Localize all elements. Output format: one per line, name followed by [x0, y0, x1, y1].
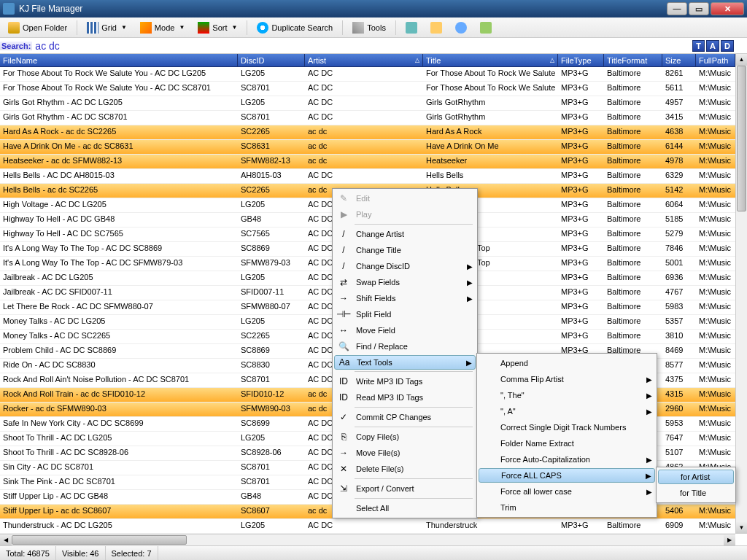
table-row[interactable]: For Those About To Rock We Salute You - …	[0, 67, 747, 82]
menu-item-label: Force ALL CAPS	[501, 471, 640, 480]
cell: 5279	[662, 228, 696, 241]
toolbar-icon-4[interactable]	[475, 20, 497, 36]
menu-item[interactable]: IDWrite MP3 ID Tags	[334, 373, 476, 389]
col-artist[interactable]: Artist△	[305, 54, 423, 66]
grid-button[interactable]: Grid▼	[82, 20, 132, 36]
cell: Baltimore	[604, 111, 662, 125]
menu-item[interactable]: →Move File(s)	[334, 445, 476, 461]
cell: For Those About To Rock We Salute You - …	[0, 67, 238, 81]
menu-item-label: Swap Fields	[356, 278, 461, 287]
cell: M:\Music	[696, 169, 735, 183]
cell: SC8631	[238, 140, 305, 154]
cell: Baltimore	[604, 315, 662, 329]
table-row[interactable]: For Those About To Rock We Salute You - …	[0, 82, 747, 96]
menu-item[interactable]: /Change Title	[334, 242, 476, 258]
cell: M:\Music	[696, 300, 735, 314]
submenu-arrow-icon: ▶	[646, 392, 652, 400]
tad-a[interactable]: A	[706, 40, 719, 52]
open-folder-button[interactable]: Open Folder	[3, 20, 72, 36]
menu-item-label: Force all lower case	[500, 487, 640, 496]
menu-item[interactable]: Folder Name Extract	[479, 435, 655, 451]
menu-item[interactable]: Correct Single Digit Track Numbers	[479, 419, 655, 435]
scroll-down-icon[interactable]: ▼	[736, 522, 747, 534]
force-caps-submenu[interactable]: for Artistfor Title	[656, 467, 736, 503]
table-row[interactable]: Hard As A Rock - ac dc SC2265SC2265ac dc…	[0, 125, 747, 140]
menu-item[interactable]: ↔Move Field	[334, 322, 476, 338]
menu-item[interactable]: Append	[479, 355, 655, 371]
menu-item[interactable]: ⇲Export / Convert	[334, 481, 476, 497]
cell: M:\Music	[696, 315, 735, 329]
menu-item[interactable]: 🔍Find / Replace	[334, 338, 476, 354]
minimize-button[interactable]: —	[667, 2, 687, 15]
cell: M:\Music	[696, 446, 735, 460]
menu-item[interactable]: /Change DiscID▶	[334, 258, 476, 274]
tad-d[interactable]: D	[721, 40, 734, 52]
menu-item[interactable]: ⇄Swap Fields▶	[334, 274, 476, 290]
scroll-left-icon[interactable]: ◀	[0, 534, 12, 545]
menu-item[interactable]: AaText Tools▶	[334, 355, 476, 370]
col-titleformat[interactable]: TitleFormat	[604, 54, 662, 66]
menu-item[interactable]: Select All	[334, 500, 476, 516]
col-title[interactable]: Title△	[423, 54, 558, 66]
info-icon	[455, 22, 467, 34]
menu-item[interactable]: ✓Commit CP Changes	[334, 409, 476, 425]
menu-item[interactable]: ", The"▶	[479, 387, 655, 403]
horizontal-scrollbar[interactable]: ◀ ▶	[0, 534, 735, 545]
cell: 4767	[662, 286, 696, 300]
cell: AH8015-03	[238, 169, 305, 183]
menu-item[interactable]: for Artist	[658, 470, 734, 484]
menu-item[interactable]: ", A"▶	[479, 403, 655, 419]
menu-item-label: Append	[500, 359, 640, 368]
table-row[interactable]: Girls Got Rhythm - AC DC LG205LG205AC DC…	[0, 96, 747, 111]
menu-item[interactable]: Trim	[479, 499, 655, 516]
context-menu[interactable]: ✎Edit▶Play/Change Artist/Change Title/Ch…	[332, 188, 478, 518]
scroll-right-icon[interactable]: ▶	[724, 534, 735, 545]
close-button[interactable]: ✕	[711, 2, 744, 15]
table-row[interactable]: Hells Bells - AC DC AH8015-03AH8015-03AC…	[0, 169, 747, 184]
menu-item[interactable]: →Shift Fields▶	[334, 290, 476, 306]
sort-button[interactable]: Sort▼	[193, 20, 242, 36]
table-row[interactable]: Have A Drink On Me - ac dc SC8631SC8631a…	[0, 140, 747, 155]
cell: Have A Drink On Me	[423, 140, 558, 154]
toolbar-icon-1[interactable]	[400, 20, 422, 36]
magnifier-icon	[257, 22, 268, 34]
text-tools-submenu[interactable]: AppendComma Flip Artist▶", The"▶", A"▶Co…	[476, 353, 657, 518]
scroll-thumb-h[interactable]	[12, 535, 187, 545]
scroll-up-icon[interactable]: ▲	[736, 54, 747, 66]
menu-item[interactable]: Force all lower case▶	[479, 483, 655, 499]
menu-item[interactable]: /Change Artist	[334, 226, 476, 242]
search-input[interactable]	[32, 40, 692, 52]
scroll-thumb[interactable]	[737, 66, 746, 211]
cell: 5357	[662, 315, 696, 329]
tools-button[interactable]: Tools	[347, 20, 391, 36]
maximize-button[interactable]: ▭	[689, 2, 709, 15]
col-discid[interactable]: DiscID	[238, 54, 305, 66]
menu-item[interactable]: for Title	[658, 485, 734, 501]
menu-item[interactable]: Comma Flip Artist▶	[479, 371, 655, 387]
menu-item[interactable]: ⎘Copy File(s)	[334, 429, 476, 445]
mode-button[interactable]: Mode▼	[135, 20, 190, 36]
cell: 4315	[662, 388, 696, 402]
col-size[interactable]: Size	[662, 54, 696, 66]
col-fullpath[interactable]: FullPath	[696, 54, 735, 66]
menu-item[interactable]: ⊣⊢Split Field	[334, 306, 476, 322]
vertical-scrollbar[interactable]: ▲ ▼	[735, 54, 747, 534]
menu-item[interactable]: ▶Play	[334, 206, 476, 222]
menu-item[interactable]: ✎Edit	[334, 190, 476, 206]
menu-item[interactable]: IDRead MP3 ID Tags	[334, 389, 476, 405]
cell: AC DC	[305, 96, 423, 110]
cell: Girls Got Rhythm - AC DC LG205	[0, 96, 238, 110]
table-row[interactable]: Girls Got Rhythm - AC DC SC8701SC8701AC …	[0, 111, 747, 125]
toolbar-icon-3[interactable]	[450, 20, 472, 36]
table-row[interactable]: Heatseeker - ac dc SFMW882-13SFMW882-13a…	[0, 155, 747, 169]
menu-item[interactable]: ✕Delete File(s)	[334, 461, 476, 477]
tad-t[interactable]: T	[692, 40, 705, 52]
cell: Hells Bells - ac dc SC2265	[0, 184, 238, 198]
table-row[interactable]: Thunderstruck - AC DC LG205LG205AC DCThu…	[0, 519, 747, 534]
duplicate-search-button[interactable]: Duplicate Search	[252, 20, 338, 36]
col-filetype[interactable]: FileType	[558, 54, 604, 66]
menu-item[interactable]: Force Auto-Capitalization▶	[479, 451, 655, 467]
toolbar-icon-2[interactable]	[425, 20, 447, 36]
col-filename[interactable]: FileName	[0, 54, 238, 66]
menu-item[interactable]: Force ALL CAPS▶	[479, 468, 655, 483]
